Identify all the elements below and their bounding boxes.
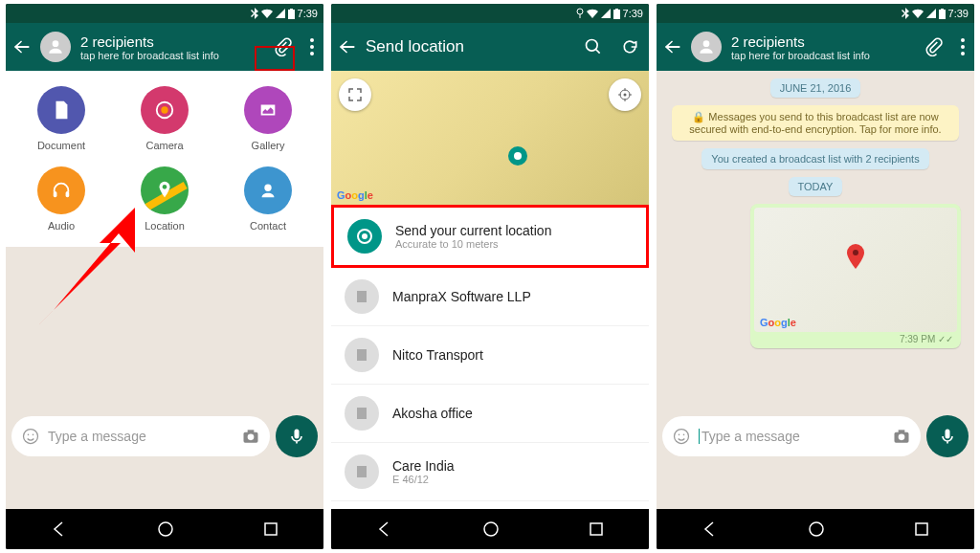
place-icon (345, 338, 379, 372)
battery-icon (613, 9, 620, 19)
svg-point-49 (899, 434, 905, 441)
nav-bar (331, 509, 649, 549)
status-time: 7:39 (623, 8, 643, 19)
svg-point-36 (484, 522, 498, 536)
emoji-icon[interactable] (21, 427, 40, 446)
place-name: Nitco Transport (392, 347, 483, 363)
mic-button[interactable] (926, 415, 969, 457)
status-time: 7:39 (948, 8, 969, 19)
camera-input-icon[interactable] (241, 427, 260, 446)
place-item[interactable]: Nitco Transport (331, 326, 649, 385)
attach-camera[interactable]: Camera (117, 86, 212, 151)
svg-point-45 (675, 430, 689, 444)
location-status-icon (576, 8, 584, 19)
chat-title: 2 recipients (80, 33, 274, 50)
map-preview[interactable]: Google (331, 71, 649, 205)
nav-recent[interactable] (263, 521, 278, 537)
title-block[interactable]: 2 recipients tap here for broadcast list… (80, 33, 274, 61)
app-bar: 2 recipients tap here for broadcast list… (6, 23, 323, 71)
nav-back[interactable] (376, 520, 393, 538)
place-item[interactable]: Akosha office (331, 385, 649, 443)
signal-icon (276, 9, 285, 18)
encryption-banner[interactable]: 🔒 Messages you send to this broadcast li… (672, 105, 959, 141)
wifi-icon (261, 9, 273, 18)
attach-audio[interactable]: Audio (13, 166, 109, 232)
attach-contact[interactable]: Contact (220, 166, 316, 232)
svg-rect-33 (357, 349, 367, 361)
place-item[interactable]: Care India E 46/12 (331, 443, 649, 501)
camera-input-icon[interactable] (892, 427, 911, 446)
location-list: Send your current location Accurate to 1… (331, 205, 649, 501)
signal-icon (601, 9, 611, 18)
input-placeholder: Type a message (699, 429, 884, 444)
svg-point-12 (264, 185, 271, 191)
attach-gallery[interactable]: Gallery (220, 86, 316, 151)
fullscreen-button[interactable] (339, 78, 371, 111)
message-input[interactable]: Type a message (662, 416, 921, 456)
emoji-icon[interactable] (672, 427, 691, 446)
group-icon (697, 37, 716, 56)
back-button[interactable] (11, 36, 33, 57)
avatar[interactable] (40, 32, 71, 62)
back-button[interactable] (662, 36, 683, 57)
title-block[interactable]: 2 recipients tap here for broadcast list… (731, 33, 924, 61)
refresh-icon[interactable] (620, 37, 639, 56)
svg-point-42 (961, 45, 965, 49)
bluetooth-icon (902, 8, 909, 19)
date-chip: JUNE 21, 2016 (770, 78, 861, 98)
svg-point-22 (577, 9, 583, 14)
my-location-button[interactable] (609, 78, 641, 111)
svg-point-25 (587, 40, 598, 52)
content-area: Document Camera Gallery Audio Location C… (6, 71, 323, 509)
camera-icon (154, 100, 175, 121)
search-icon[interactable] (584, 37, 603, 56)
nav-back[interactable] (702, 520, 719, 538)
back-button[interactable] (337, 36, 358, 57)
input-placeholder: Type a message (48, 429, 234, 444)
content-area: Google Send your current location Accura… (331, 71, 649, 509)
avatar[interactable] (691, 32, 722, 62)
nav-recent[interactable] (914, 521, 929, 537)
nav-home[interactable] (482, 520, 500, 538)
message-input[interactable]: Type a message (11, 416, 270, 456)
place-item[interactable]: ManpraX Software LLP (331, 268, 649, 326)
attach-icon[interactable] (924, 37, 944, 56)
svg-point-4 (310, 45, 314, 49)
chat-subtitle: tap here for broadcast list info (80, 50, 274, 61)
svg-point-11 (163, 185, 167, 189)
contact-icon (257, 180, 278, 201)
attach-label: Location (145, 220, 185, 232)
svg-point-41 (961, 38, 965, 42)
location-message[interactable]: Google 7:39 PM ✓✓ (750, 204, 961, 348)
phone-screen-1: 7:39 2 recipients tap here for broadcast… (6, 4, 323, 549)
nav-home[interactable] (157, 520, 174, 538)
svg-point-46 (679, 434, 680, 436)
attach-icon[interactable] (274, 37, 293, 56)
nav-back[interactable] (51, 520, 68, 538)
svg-rect-32 (357, 291, 367, 302)
mic-button[interactable] (276, 415, 318, 457)
nav-home[interactable] (808, 520, 825, 538)
status-bar: 7:39 (6, 4, 323, 23)
chat-input-bar: Type a message (657, 409, 974, 463)
send-current-location[interactable]: Send your current location Accurate to 1… (331, 205, 649, 268)
status-bar: 7:39 (657, 4, 974, 23)
attach-document[interactable]: Document (13, 86, 109, 151)
nav-recent[interactable] (589, 521, 604, 537)
menu-icon[interactable] (310, 38, 314, 55)
current-location-icon (347, 219, 382, 254)
svg-point-43 (961, 52, 965, 55)
svg-point-13 (24, 430, 38, 444)
attach-location[interactable]: Location (117, 166, 212, 232)
nav-bar (6, 509, 323, 549)
svg-rect-1 (290, 9, 293, 10)
attach-label: Gallery (252, 140, 285, 151)
mic-icon (287, 427, 306, 446)
place-name: Care India (392, 458, 455, 474)
svg-rect-19 (295, 430, 300, 439)
menu-icon[interactable] (961, 38, 965, 55)
place-name: ManpraX Software LLP (392, 289, 531, 304)
signal-icon (926, 9, 936, 18)
mic-icon (938, 427, 957, 446)
svg-point-2 (53, 40, 59, 47)
